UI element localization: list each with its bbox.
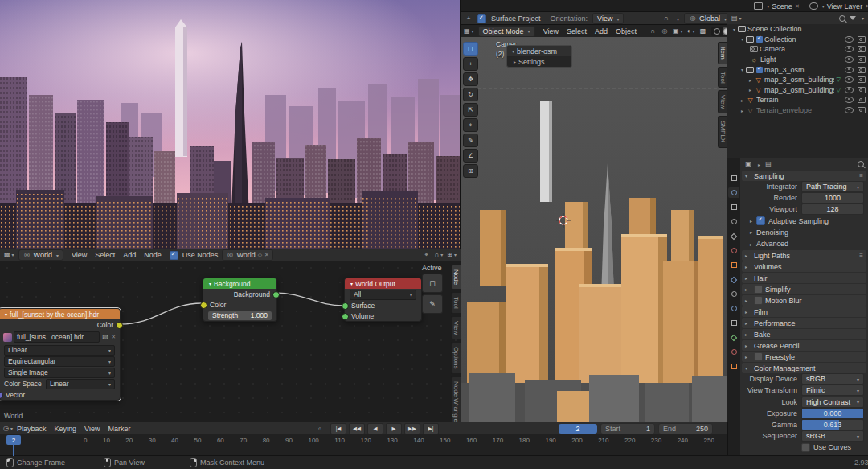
node-environment-texture[interactable]: ▾ full_[sunset by the ocean].hdr Color f… — [0, 308, 121, 401]
strength-slider[interactable]: Strength 1.000 — [208, 311, 272, 320]
viewport-menu[interactable]: View — [539, 27, 563, 35]
render-visibility-toggle[interactable] — [858, 46, 866, 52]
hide-eye-toggle[interactable] — [845, 87, 854, 93]
surface-input-socket[interactable] — [342, 302, 349, 310]
snap-magnet-icon[interactable]: ∩ — [649, 27, 657, 35]
overlays-toggle-icon[interactable]: ◐▾ — [687, 27, 695, 35]
play-button[interactable]: ▶ — [386, 423, 402, 434]
current-frame-field[interactable]: 2 — [559, 424, 597, 434]
interpolation-dropdown[interactable]: Linear▾ — [4, 345, 115, 356]
gamma-slider[interactable]: 0.613 — [801, 419, 864, 430]
color-input-socket[interactable] — [200, 302, 207, 309]
source-dropdown[interactable]: Single Image▾ — [4, 368, 115, 378]
folder-icon[interactable]: ▧ — [101, 333, 109, 342]
editor-type-icon[interactable]: ◷▾ — [3, 424, 13, 433]
integrator-dropdown[interactable]: Path Tracing▾ — [801, 181, 864, 192]
xray-toggle-icon[interactable]: ▩ — [699, 27, 707, 35]
expand-icon[interactable]: ▸ — [747, 77, 754, 83]
tool-rotate[interactable]: ↻ — [463, 88, 478, 101]
image-thumbnail[interactable] — [3, 333, 12, 342]
exposure-slider[interactable]: 0.000 — [801, 408, 864, 419]
preset-icon[interactable]: ≡ — [859, 172, 863, 179]
properties-tab-output[interactable] — [728, 202, 739, 212]
osm-settings-item[interactable]: ▸ Settings — [507, 56, 571, 67]
tool-transform[interactable]: ⌖ — [463, 118, 478, 132]
panel-denoising[interactable]: ▸Denoising — [740, 227, 868, 238]
use-curves-checkbox[interactable] — [801, 443, 810, 452]
properties-tab-tool[interactable] — [728, 173, 739, 183]
expand-icon[interactable]: ▸ — [739, 108, 746, 113]
snap-magnet-icon[interactable]: ∩▾ — [435, 251, 444, 260]
viewport-menu[interactable]: Object — [612, 27, 641, 35]
panel-freestyle[interactable]: ▸ Freestyle — [742, 352, 866, 362]
shading-wireframe-button[interactable] — [713, 27, 721, 35]
expand-icon[interactable]: ▾ — [731, 27, 738, 32]
active-tool-icon-2[interactable]: ✎ — [422, 294, 443, 314]
properties-tab-scene[interactable] — [728, 231, 739, 241]
view-layer-selector[interactable]: ▾ View Layer ✕ — [806, 1, 868, 11]
gizmo-toggle-icon[interactable]: ▣▾ — [673, 27, 683, 35]
unlink-view-layer-icon[interactable]: ✕ — [865, 3, 868, 10]
node-editor-menu[interactable]: Node — [140, 251, 166, 259]
properties-tab-world[interactable] — [728, 245, 739, 256]
properties-tab-particles[interactable] — [728, 289, 739, 299]
properties-tab-object[interactable] — [728, 260, 739, 270]
adaptive-sampling-checkbox[interactable] — [756, 216, 765, 225]
panel-adaptive-sampling[interactable]: ▸ Adaptive Sampling — [740, 216, 868, 227]
simplify-checkbox[interactable] — [754, 285, 763, 294]
jump-to-end-button[interactable]: ▶| — [423, 423, 439, 434]
render-visibility-toggle[interactable] — [858, 97, 866, 103]
playhead-line[interactable] — [13, 445, 14, 456]
node-editor-sidebar-tab[interactable]: Node — [451, 265, 461, 290]
chevron-down-icon[interactable]: ▾ — [862, 15, 864, 21]
viewport-sidebar-tab[interactable]: SMPLX — [718, 116, 727, 147]
render-visibility-toggle[interactable] — [858, 67, 866, 73]
panel-sampling[interactable]: ▾Sampling ≡ — [742, 171, 866, 181]
unlink-icon[interactable]: ✕ — [264, 252, 269, 258]
playhead-badge[interactable]: 2 — [6, 435, 21, 445]
preset-icon[interactable]: ≡ — [859, 252, 863, 259]
play-reverse-button[interactable]: ◀ — [367, 423, 383, 434]
panel-advanced[interactable]: ▸Advanced — [740, 238, 868, 249]
expand-icon[interactable]: ▾ — [739, 36, 746, 42]
look-dropdown[interactable]: High Contrast▾ — [801, 397, 864, 408]
viewport-canvas[interactable] — [461, 37, 727, 422]
pin-icon[interactable]: ⌖ — [423, 251, 431, 260]
tool-cursor[interactable]: + — [463, 57, 478, 71]
chevron-down-icon[interactable]: ▾ — [512, 48, 514, 54]
viewport-samples-field[interactable]: 128 — [801, 204, 864, 215]
node-background[interactable]: ▾ Background Background Color Strength 1… — [203, 278, 277, 322]
node-editor-menu[interactable]: View — [68, 251, 91, 259]
proportional-edit-icon[interactable]: ◎ — [661, 27, 669, 35]
collection-checkbox[interactable] — [756, 67, 763, 73]
properties-tab-object-data[interactable] — [728, 332, 739, 343]
node-editor-menu[interactable]: Add — [119, 251, 140, 259]
expand-icon[interactable]: ▸ — [739, 97, 746, 103]
outliner-row-buildings-001[interactable]: ▸ ▽ map_3_osm_buildings.001 ▽ — [727, 85, 868, 96]
shield-icon[interactable]: ◇ — [258, 252, 262, 258]
node-editor-sidebar-tab[interactable]: Options — [451, 342, 461, 374]
node-editor-sidebar-tab[interactable]: Tool — [451, 292, 461, 314]
color-output-socket[interactable] — [116, 322, 123, 329]
render-visibility-toggle[interactable] — [858, 87, 866, 93]
target-dropdown[interactable]: All▾ — [350, 290, 416, 300]
render-visibility-toggle[interactable] — [858, 107, 866, 113]
end-frame-field[interactable]: End250 — [658, 423, 713, 434]
world-datablock[interactable]: ◎ World ◇ ✕ — [222, 249, 273, 261]
use-nodes-checkbox[interactable] — [170, 251, 178, 260]
properties-tab-render[interactable] — [728, 187, 739, 198]
hide-eye-toggle[interactable] — [845, 46, 854, 52]
viewport-menu[interactable]: Select — [563, 27, 591, 35]
editor-type-icon[interactable]: ▩▾ — [4, 251, 14, 260]
overlays-toggle-icon[interactable]: ⊞▾ — [447, 251, 457, 260]
search-icon[interactable] — [858, 161, 864, 167]
viewport-sidebar-tab[interactable]: View — [718, 90, 727, 113]
prev-keyframe-button[interactable]: ◀◀ — [349, 423, 365, 434]
timeline-menu[interactable]: Playback — [13, 425, 51, 433]
snap-magnet-icon[interactable]: ∩ — [662, 14, 670, 23]
node-canvas[interactable]: ▾ full_[sunset by the ocean].hdr Color f… — [0, 261, 461, 422]
render-visibility-toggle[interactable] — [858, 76, 866, 83]
viewport-sidebar-tab[interactable]: Tool — [718, 67, 727, 88]
panel-motion-blur[interactable]: ▸ Motion Blur — [742, 295, 866, 306]
panel-film[interactable]: ▸Film — [742, 306, 866, 317]
